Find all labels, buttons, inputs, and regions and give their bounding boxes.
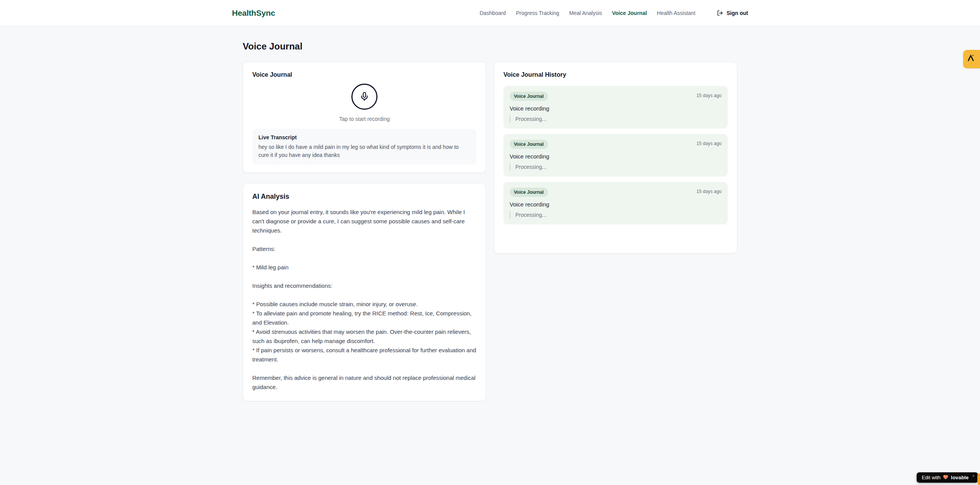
ai-analysis-body: Based on your journal entry, it sounds l… [252, 208, 477, 392]
live-transcript-text: hey so like I do have a mild pain in my … [258, 143, 470, 159]
nav-voice-journal[interactable]: Voice Journal [612, 10, 647, 16]
logout-icon [717, 10, 723, 16]
a-frame-logo-icon [967, 54, 975, 64]
lovable-brand-label: lovable [951, 475, 968, 480]
entry-timestamp: 15 days ago [697, 189, 722, 194]
entry-title: Voice recording [510, 105, 722, 112]
entry-type-badge: Voice Journal [510, 140, 548, 149]
record-hint-text: Tap to start recording [339, 116, 390, 122]
nav-dashboard[interactable]: Dashboard [480, 10, 506, 16]
history-entry[interactable]: Voice Journal 15 days ago Voice recordin… [503, 182, 728, 224]
entry-type-badge: Voice Journal [510, 92, 548, 101]
sign-out-label: Sign out [727, 10, 748, 16]
nav-meal-analysis[interactable]: Meal Analysis [569, 10, 602, 16]
ai-analysis-card: AI Analysis Based on your journal entry,… [243, 183, 486, 401]
nav-progress-tracking[interactable]: Progress Tracking [516, 10, 559, 16]
close-icon[interactable]: × [972, 474, 975, 478]
edit-with-label: Edit with [922, 475, 940, 480]
record-button[interactable] [351, 84, 377, 110]
main-content: Voice Journal Voice Journal [243, 41, 737, 401]
entry-timestamp: 15 days ago [697, 93, 722, 98]
history-list: Voice Journal 15 days ago Voice recordin… [503, 86, 728, 224]
entry-processing-status: Processing... [510, 163, 722, 171]
entry-processing-status: Processing... [510, 115, 722, 123]
entry-type-badge: Voice Journal [510, 188, 548, 197]
voice-recorder-card: Voice Journal Tap to start recording [243, 62, 486, 173]
heart-icon [943, 474, 949, 481]
history-entry[interactable]: Voice Journal 15 days ago Voice recordin… [503, 134, 728, 177]
entry-processing-status: Processing... [510, 211, 722, 219]
history-entry[interactable]: Voice Journal 15 days ago Voice recordin… [503, 86, 728, 129]
voice-journal-history-card: Voice Journal History Voice Journal 15 d… [494, 62, 737, 254]
main-nav: Dashboard Progress Tracking Meal Analysi… [480, 10, 748, 16]
edit-with-lovable-badge[interactable]: Edit with lovable × [917, 472, 978, 483]
microphone-icon [359, 91, 369, 102]
live-transcript-box: Live Transcript hey so like I do have a … [252, 129, 477, 165]
entry-title: Voice recording [510, 153, 722, 160]
ai-analysis-title: AI Analysis [252, 193, 477, 201]
entry-title: Voice recording [510, 201, 722, 208]
corner-badge-sliver[interactable] [977, 473, 980, 485]
side-panel-toggle-badge[interactable] [963, 50, 980, 68]
live-transcript-title: Live Transcript [258, 134, 470, 140]
top-navbar: HealthSync Dashboard Progress Tracking M… [0, 0, 980, 26]
entry-timestamp: 15 days ago [697, 141, 722, 146]
recorder-card-title: Voice Journal [252, 71, 477, 78]
sign-out-button[interactable]: Sign out [717, 10, 748, 16]
nav-health-assistant[interactable]: Health Assistant [657, 10, 695, 16]
page-title: Voice Journal [243, 41, 737, 52]
history-card-title: Voice Journal History [503, 71, 728, 78]
app-logo[interactable]: HealthSync [232, 8, 275, 18]
